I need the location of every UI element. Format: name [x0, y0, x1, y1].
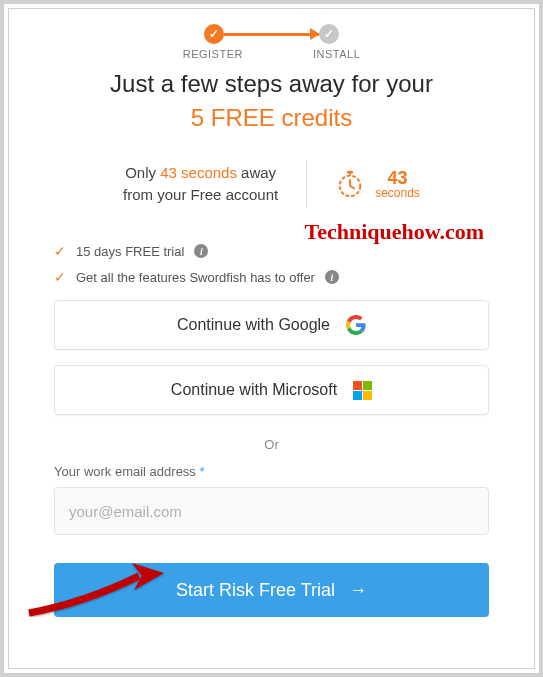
step-install-circle: ✓: [319, 24, 339, 44]
vertical-divider: [306, 160, 307, 208]
info-icon[interactable]: i: [194, 244, 208, 258]
subheadline: 5 FREE credits: [54, 104, 489, 132]
feature-list: ✓ 15 days FREE trial i ✓ Get all the fea…: [54, 243, 489, 285]
microsoft-icon: [353, 381, 372, 400]
timer-text: Only 43 seconds away from your Free acco…: [123, 162, 278, 207]
cta-label: Start Risk Free Trial: [176, 580, 335, 601]
step-progress-line: [224, 33, 319, 36]
signup-card: ✓ ✓ REGISTER INSTALL Just a few steps aw…: [8, 8, 535, 669]
feature-item: ✓ Get all the features Swordfish has to …: [54, 269, 489, 285]
svg-line-4: [350, 186, 355, 189]
countdown-block: 43 seconds: [335, 169, 420, 199]
or-separator: Or: [54, 437, 489, 452]
continue-google-button[interactable]: Continue with Google: [54, 300, 489, 350]
email-label: Your work email address *: [54, 464, 489, 479]
progress-stepper: ✓ ✓: [54, 24, 489, 44]
countdown-value: 43 seconds: [375, 169, 420, 199]
google-icon: [346, 315, 366, 335]
outer-frame: ✓ ✓ REGISTER INSTALL Just a few steps aw…: [0, 0, 543, 677]
check-icon: ✓: [54, 269, 66, 285]
feature-text: 15 days FREE trial: [76, 244, 184, 259]
check-icon: ✓: [54, 243, 66, 259]
step-register-circle: ✓: [204, 24, 224, 44]
info-icon[interactable]: i: [325, 270, 339, 284]
oauth-label: Continue with Microsoft: [171, 381, 337, 399]
email-input[interactable]: [54, 487, 489, 535]
step-labels: REGISTER INSTALL: [54, 48, 489, 60]
step-label-install: INSTALL: [313, 48, 360, 60]
arrow-right-icon: →: [349, 580, 367, 601]
headline: Just a few steps away for your: [54, 70, 489, 98]
start-trial-button[interactable]: Start Risk Free Trial →: [54, 563, 489, 617]
feature-text: Get all the features Swordfish has to of…: [76, 270, 315, 285]
svg-rect-1: [347, 171, 353, 174]
stopwatch-icon: [335, 169, 365, 199]
continue-microsoft-button[interactable]: Continue with Microsoft: [54, 365, 489, 415]
watermark-overlay: Techniquehow.com: [304, 219, 484, 245]
timer-row: Only 43 seconds away from your Free acco…: [54, 160, 489, 208]
step-label-register: REGISTER: [183, 48, 243, 60]
feature-item: ✓ 15 days FREE trial i: [54, 243, 489, 259]
oauth-label: Continue with Google: [177, 316, 330, 334]
